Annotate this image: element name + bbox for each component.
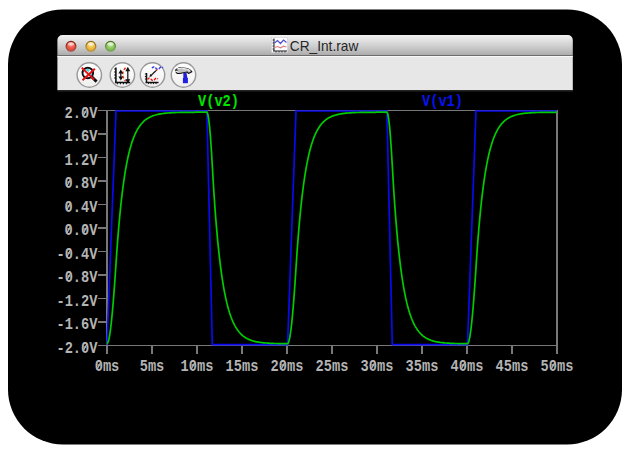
svg-text:2.0V: 2.0V: [65, 103, 99, 123]
svg-text:-2.0V: -2.0V: [56, 338, 98, 358]
svg-text:45ms: 45ms: [496, 357, 529, 377]
svg-text:CR_Int.raw: CR_Int.raw: [290, 38, 359, 54]
svg-text:-1.6V: -1.6V: [56, 315, 98, 335]
svg-text:0.8V: 0.8V: [65, 174, 99, 194]
svg-text:5ms: 5ms: [140, 357, 165, 377]
svg-text:V(v1): V(v1): [422, 92, 463, 112]
svg-text:-0.4V: -0.4V: [56, 244, 98, 264]
svg-text:35ms: 35ms: [406, 357, 439, 377]
svg-text:15ms: 15ms: [226, 357, 259, 377]
svg-text:20ms: 20ms: [271, 357, 304, 377]
svg-text:50ms: 50ms: [541, 357, 574, 377]
svg-text:-1.2V: -1.2V: [56, 291, 98, 311]
svg-text:30ms: 30ms: [361, 357, 394, 377]
svg-text:10ms: 10ms: [181, 357, 214, 377]
svg-text:0.0V: 0.0V: [65, 221, 99, 241]
svg-text:0.4V: 0.4V: [65, 197, 99, 217]
svg-text:-0.8V: -0.8V: [56, 268, 98, 288]
svg-text:25ms: 25ms: [316, 357, 349, 377]
svg-text:40ms: 40ms: [451, 357, 484, 377]
svg-text:V(v2): V(v2): [198, 92, 239, 112]
svg-text:1.6V: 1.6V: [65, 127, 99, 147]
svg-text:1.2V: 1.2V: [65, 150, 99, 170]
